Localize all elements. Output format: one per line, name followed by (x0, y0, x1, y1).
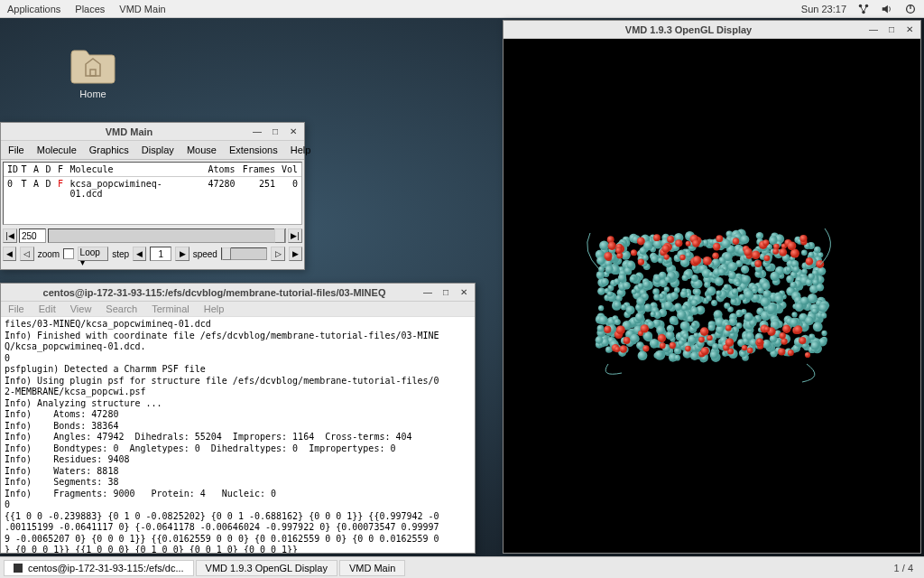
frame-last-button[interactable]: ▶| (288, 228, 302, 243)
term-menu-file[interactable]: File (8, 303, 24, 314)
terminal-content[interactable]: files/03-MINEQ/kcsa_popcwimineq-01.dcd I… (1, 317, 475, 553)
opengl-viewport[interactable] (504, 39, 920, 553)
svg-point-664 (774, 294, 783, 303)
close-button[interactable]: ✕ (288, 126, 299, 137)
svg-point-780 (788, 241, 797, 250)
svg-point-750 (664, 254, 670, 259)
desktop-home-icon[interactable]: Home (68, 45, 118, 99)
maximize-button[interactable]: □ (886, 24, 897, 35)
svg-point-529 (801, 249, 808, 256)
col-id[interactable]: ID (7, 164, 21, 174)
step-up-button[interactable]: ▶ (175, 247, 189, 261)
play-back-button[interactable]: ◀ (3, 247, 16, 261)
svg-point-605 (715, 276, 724, 285)
maximize-button[interactable]: □ (270, 126, 281, 137)
zoom-checkbox[interactable] (63, 248, 74, 259)
opengl-titlebar[interactable]: VMD 1.9.3 OpenGL Display — □ ✕ (504, 21, 920, 39)
svg-point-560 (642, 280, 651, 288)
topbar-places[interactable]: Places (75, 4, 105, 14)
svg-point-785 (779, 247, 787, 256)
col-d[interactable]: D (45, 164, 58, 174)
menu-help[interactable]: Help (287, 143, 315, 157)
topbar-vmd[interactable]: VMD Main (119, 4, 165, 14)
minimize-button[interactable]: — (252, 126, 263, 137)
terminal-titlebar[interactable]: centos@ip-172-31-93-115:/efs/dcvblog/mem… (1, 284, 475, 302)
svg-point-589 (653, 294, 660, 300)
svg-point-792 (744, 247, 752, 256)
taskbar-item-terminal[interactable]: centos@ip-172-31-93-115:/efs/dc... (4, 560, 194, 576)
play-forward-button[interactable]: ▶ (289, 247, 302, 261)
vmd-main-titlebar[interactable]: VMD Main — □ ✕ (1, 123, 304, 141)
svg-point-653 (791, 312, 797, 317)
table-row[interactable]: 0 T A D F kcsa_popcwimineq-01.dcd 47280 … (4, 177, 301, 224)
network-icon[interactable] (857, 3, 870, 15)
svg-point-123 (741, 265, 749, 273)
topbar-clock[interactable]: Sun 23:17 (801, 4, 846, 14)
term-menu-search[interactable]: Search (106, 303, 137, 314)
term-menu-terminal[interactable]: Terminal (152, 303, 189, 314)
col-t[interactable]: T (21, 164, 33, 174)
topbar-applications[interactable]: Applications (7, 4, 60, 14)
cell-frames: 251 (236, 179, 275, 189)
col-atoms[interactable]: Atoms (191, 164, 235, 174)
svg-point-679 (674, 303, 682, 311)
col-frames[interactable]: Frames (236, 164, 275, 174)
step-down-button[interactable]: ◀ (133, 247, 146, 261)
svg-point-660 (812, 279, 818, 285)
svg-point-693 (821, 312, 827, 318)
svg-point-739 (667, 236, 674, 243)
svg-point-674 (596, 336, 604, 344)
svg-point-730 (764, 255, 771, 261)
workspace-indicator[interactable]: 1 / 4 (887, 563, 920, 573)
taskbar-item-vmdmain[interactable]: VMD Main (339, 560, 405, 576)
step-back-button[interactable]: ◁ (20, 247, 33, 261)
svg-point-600 (810, 340, 819, 350)
svg-point-587 (598, 305, 604, 311)
taskbar-item-opengl[interactable]: VMD 1.9.3 OpenGL Display (196, 560, 337, 576)
svg-point-667 (732, 288, 739, 295)
term-menu-view[interactable]: View (70, 303, 92, 314)
svg-point-694 (656, 325, 665, 334)
speed-slider[interactable] (221, 247, 267, 260)
svg-point-60 (821, 330, 827, 335)
col-molecule[interactable]: Molecule (69, 164, 191, 174)
svg-point-794 (701, 347, 709, 355)
menu-molecule[interactable]: Molecule (33, 143, 80, 157)
frame-input[interactable] (19, 228, 46, 243)
svg-point-621 (706, 294, 712, 301)
desktop-home-label: Home (79, 89, 106, 99)
col-a[interactable]: A (33, 164, 46, 174)
volume-icon[interactable] (881, 3, 893, 15)
power-icon[interactable] (904, 3, 917, 15)
menu-graphics[interactable]: Graphics (86, 143, 133, 157)
frame-first-button[interactable]: |◀ (3, 228, 17, 243)
close-button[interactable]: ✕ (458, 287, 469, 298)
svg-point-437 (691, 307, 699, 315)
menu-file[interactable]: File (5, 143, 28, 157)
svg-point-783 (778, 348, 785, 355)
maximize-button[interactable]: □ (440, 287, 451, 298)
minimize-button[interactable]: — (422, 287, 433, 298)
menu-extensions[interactable]: Extensions (226, 143, 282, 157)
col-f[interactable]: F (58, 164, 70, 174)
zoom-label: zoom (38, 249, 60, 259)
svg-point-768 (685, 345, 691, 351)
close-button[interactable]: ✕ (904, 24, 915, 35)
step-forward-button[interactable]: ▷ (271, 247, 284, 261)
frame-slider[interactable] (48, 228, 286, 243)
svg-point-692 (635, 312, 644, 322)
term-menu-help[interactable]: Help (204, 303, 225, 314)
minimize-button[interactable]: — (868, 24, 879, 35)
loop-select[interactable]: Loop ▾ (78, 247, 109, 261)
svg-point-666 (742, 275, 751, 284)
term-menu-edit[interactable]: Edit (39, 303, 56, 314)
svg-point-764 (615, 247, 622, 253)
svg-point-787 (686, 240, 691, 246)
svg-point-618 (767, 303, 777, 313)
terminal-title: centos@ip-172-31-93-115:/efs/dcvblog/mem… (6, 287, 422, 298)
menu-mouse[interactable]: Mouse (183, 143, 220, 157)
svg-point-741 (637, 237, 645, 245)
menu-display[interactable]: Display (138, 143, 178, 157)
col-vol[interactable]: Vol (275, 164, 298, 174)
step-input[interactable] (150, 247, 171, 261)
